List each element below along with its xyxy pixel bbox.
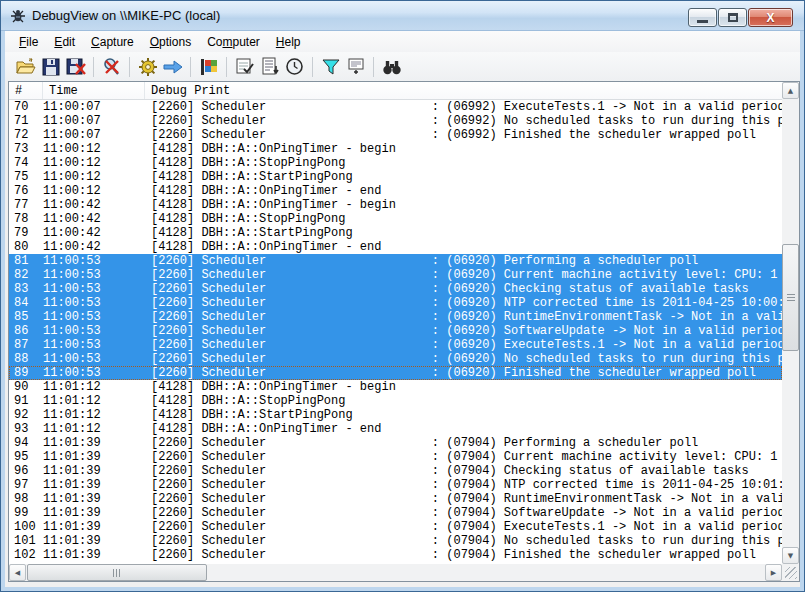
clock-time-button[interactable]	[282, 55, 307, 79]
log-row[interactable]: 8211:00:53[2260] Scheduler : (06920) Cur…	[9, 268, 782, 282]
log-row[interactable]: 9811:01:39[2260] Scheduler : (07904) Run…	[9, 492, 782, 506]
menu-capture[interactable]: Capture	[83, 32, 142, 52]
log-row[interactable]: 9111:01:12[4128] DBH::A::StopPingPong	[9, 394, 782, 408]
minimize-button[interactable]	[688, 8, 717, 27]
row-debug-text: [4128] DBH::A::StartPingPong	[151, 408, 782, 422]
log-row[interactable]: 8611:00:53[2260] Scheduler : (06920) Sof…	[9, 324, 782, 338]
vertical-scrollbar[interactable]: ▲ ▼	[782, 82, 799, 564]
history-depth-icon	[347, 57, 365, 76]
horizontal-scroll-thumb[interactable]	[27, 564, 207, 581]
log-row[interactable]: 7611:00:12[4128] DBH::A::OnPingTimer - e…	[9, 184, 782, 198]
open-button[interactable]	[13, 55, 38, 79]
log-to-file-button[interactable]	[63, 55, 88, 79]
menu-help[interactable]: Help	[268, 32, 309, 52]
close-button[interactable]: X	[748, 8, 793, 27]
log-row[interactable]: 9311:01:12[4128] DBH::A::OnPingTimer - e…	[9, 422, 782, 436]
scroll-up-button[interactable]: ▲	[782, 82, 799, 99]
capture-button[interactable]	[99, 55, 124, 79]
row-time: 11:01:39	[43, 478, 101, 492]
row-time: 11:00:42	[43, 212, 101, 226]
log-row[interactable]: 9611:01:39[2260] Scheduler : (07904) Che…	[9, 464, 782, 478]
log-row[interactable]: 8911:00:53[2260] Scheduler : (06920) Fin…	[9, 366, 782, 380]
log-row[interactable]: 8711:00:53[2260] Scheduler : (06920) Exe…	[9, 338, 782, 352]
menu-computer[interactable]: Computer	[199, 32, 268, 52]
log-row[interactable]: 7111:00:07[2260] Scheduler : (06992) No …	[9, 114, 782, 128]
capture-events-button[interactable]	[232, 55, 257, 79]
log-row[interactable]: 7411:00:12[4128] DBH::A::StopPingPong	[9, 156, 782, 170]
filter-highlight-button[interactable]	[318, 55, 343, 79]
row-debug-text: [4128] DBH::A::OnPingTimer - end	[151, 184, 782, 198]
row-number: 84	[14, 296, 28, 310]
capture-win32-button[interactable]	[196, 55, 221, 79]
menu-options[interactable]: Options	[142, 32, 199, 52]
column-header-number[interactable]: #	[9, 82, 43, 99]
debugview-window: DebugView on \\MIKE-PC (local) X FileEdi…	[0, 0, 805, 592]
log-row[interactable]: 8111:00:53[2260] Scheduler : (06920) Per…	[9, 254, 782, 268]
maximize-button[interactable]	[718, 8, 747, 27]
log-row[interactable]: 7011:00:07[2260] Scheduler : (06992) Exe…	[9, 100, 782, 114]
log-row[interactable]: 8411:00:53[2260] Scheduler : (06920) NTP…	[9, 296, 782, 310]
close-icon: X	[766, 11, 774, 25]
row-time: 11:00:42	[43, 226, 101, 240]
row-time: 11:01:39	[43, 520, 101, 534]
row-debug-text: [2260] Scheduler : (06920) Current machi…	[151, 268, 782, 282]
log-row[interactable]: 10211:01:39[2260] Scheduler : (07904) Fi…	[9, 548, 782, 562]
toolbar-separator	[312, 57, 313, 77]
column-header-time[interactable]: Time	[43, 82, 145, 99]
log-row[interactable]: 9711:01:39[2260] Scheduler : (07904) NTP…	[9, 478, 782, 492]
log-row[interactable]: 7711:00:42[4128] DBH::A::OnPingTimer - b…	[9, 198, 782, 212]
row-number: 97	[14, 478, 28, 492]
column-header-debug-print[interactable]: Debug Print	[145, 82, 782, 99]
vertical-scroll-thumb[interactable]	[782, 244, 799, 351]
log-row[interactable]: 7811:00:42[4128] DBH::A::StopPingPong	[9, 212, 782, 226]
row-number: 98	[14, 492, 28, 506]
arrow-left-icon: ◀	[15, 569, 20, 577]
scroll-right-button[interactable]: ▶	[765, 564, 782, 581]
horizontal-scrollbar[interactable]: ◀ ▶	[9, 564, 782, 581]
log-row[interactable]: 10011:01:39[2260] Scheduler : (07904) Ex…	[9, 520, 782, 534]
scroll-left-button[interactable]: ◀	[9, 564, 26, 581]
log-row[interactable]: 7211:00:07[2260] Scheduler : (06992) Fin…	[9, 128, 782, 142]
client-area: FileEditCaptureOptionsComputerHelp	[5, 31, 800, 587]
log-row[interactable]: 7911:00:42[4128] DBH::A::StartPingPong	[9, 226, 782, 240]
log-row[interactable]: 9011:01:12[4128] DBH::A::OnPingTimer - b…	[9, 380, 782, 394]
pass-through-button[interactable]	[160, 55, 185, 79]
autoscroll-button[interactable]	[257, 55, 282, 79]
menu-edit[interactable]: Edit	[46, 32, 83, 52]
row-time: 11:00:53	[43, 352, 101, 366]
log-row[interactable]: 7511:00:12[4128] DBH::A::StartPingPong	[9, 170, 782, 184]
find-button[interactable]	[379, 55, 404, 79]
log-row[interactable]: 8811:00:53[2260] Scheduler : (06920) No …	[9, 352, 782, 366]
row-number: 92	[14, 408, 28, 422]
binoculars-icon	[382, 58, 402, 76]
row-time: 11:01:39	[43, 436, 101, 450]
log-row[interactable]: 7311:00:12[4128] DBH::A::OnPingTimer - b…	[9, 142, 782, 156]
toolbar	[5, 52, 800, 81]
log-row[interactable]: 9211:01:12[4128] DBH::A::StartPingPong	[9, 408, 782, 422]
titlebar[interactable]: DebugView on \\MIKE-PC (local) X	[1, 1, 804, 31]
log-row[interactable]: 9911:01:39[2260] Scheduler : (07904) Sof…	[9, 506, 782, 520]
scroll-down-button[interactable]: ▼	[782, 547, 799, 564]
log-row[interactable]: 10111:01:39[2260] Scheduler : (07904) No…	[9, 534, 782, 548]
log-row[interactable]: 9411:01:39[2260] Scheduler : (07904) Per…	[9, 436, 782, 450]
menu-file[interactable]: File	[11, 32, 46, 52]
capture-kernel-button[interactable]	[135, 55, 160, 79]
history-depth-button[interactable]	[343, 55, 368, 79]
row-number: 73	[14, 142, 28, 156]
row-time: 11:00:07	[43, 114, 101, 128]
save-button[interactable]	[38, 55, 63, 79]
row-debug-text: [2260] Scheduler : (06992) ExecuteTests.…	[151, 100, 782, 114]
log-row[interactable]: 8511:00:53[2260] Scheduler : (06920) Run…	[9, 310, 782, 324]
row-number: 71	[14, 114, 28, 128]
row-debug-text: [2260] Scheduler : (06920) SoftwareUpdat…	[151, 324, 782, 338]
row-number: 75	[14, 170, 28, 184]
toolbar-separator	[190, 57, 191, 77]
log-row[interactable]: 9511:01:39[2260] Scheduler : (07904) Cur…	[9, 450, 782, 464]
thumb-grip-icon	[113, 569, 120, 577]
log-row[interactable]: 8311:00:53[2260] Scheduler : (06920) Che…	[9, 282, 782, 296]
resize-grip[interactable]	[785, 567, 797, 579]
log-row[interactable]: 8011:00:42[4128] DBH::A::OnPingTimer - e…	[9, 240, 782, 254]
row-debug-text: [4128] DBH::A::StartPingPong	[151, 170, 782, 184]
row-time: 11:01:39	[43, 492, 101, 506]
row-number: 81	[14, 254, 28, 268]
